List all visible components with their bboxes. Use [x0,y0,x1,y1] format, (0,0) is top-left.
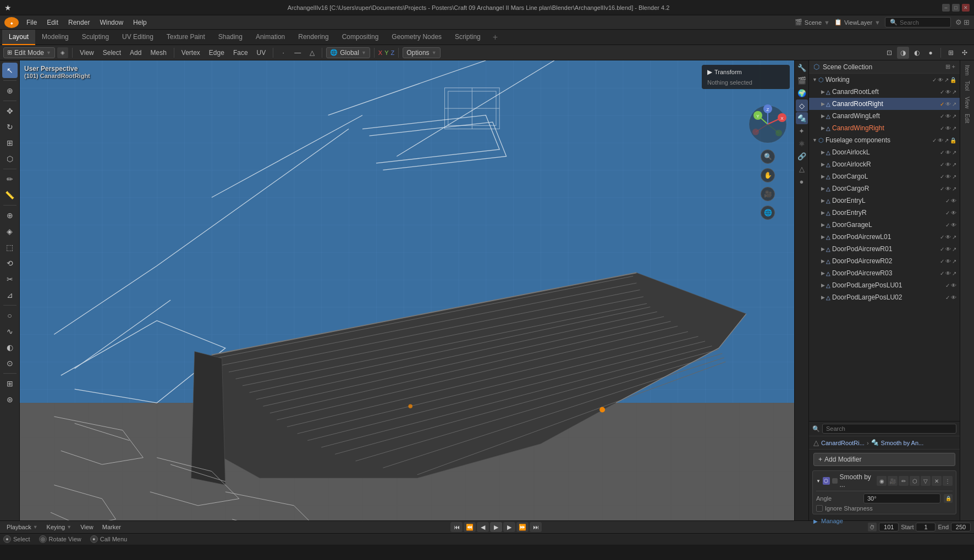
list-item-canard-wing-right[interactable]: ▶ △ CanardWingRight ✓ 👁 ↗ [809,122,960,134]
angle-value[interactable]: 30° [863,494,940,503]
collection-filter-icon[interactable]: ⊞ [945,63,950,70]
jump-start-button[interactable]: ⏮ [450,522,463,532]
tab-sculpting[interactable]: Sculpting [75,30,115,45]
playback-menu[interactable]: Playback ▼ [3,523,41,531]
modifier-expand-icon[interactable]: ▼ [816,479,821,483]
add-workspace-button[interactable]: + [487,30,503,45]
list-item-door-pod-aircrew-r01[interactable]: ▶ △ DoorPodAircrewR01 ✓ 👁 ↗ [809,243,960,255]
slide-tool-btn[interactable]: ⊙ [2,356,18,371]
list-item-door-entry-l[interactable]: ▶ △ DoorEntryL ✓ 👁 [809,195,960,207]
prop-material-icon[interactable]: ● [796,175,808,187]
step-back-button[interactable]: ⏪ [464,522,476,532]
prop-tool-icon[interactable]: 🔧 [796,62,808,74]
select-box-tool[interactable]: ↖ [2,63,18,78]
sidebar-tab-edit[interactable]: Edit [964,112,970,125]
tab-texture-paint[interactable]: Texture Paint [160,30,212,45]
uv-menu[interactable]: UV [254,48,269,58]
sidebar-tab-tool[interactable]: Tool [964,79,970,93]
randomize-tool-btn[interactable]: ◐ [2,340,18,355]
bisect-tool-btn[interactable]: ⊿ [2,287,18,303]
face-menu[interactable]: Face [230,48,251,58]
end-frame[interactable]: 250 [951,523,971,531]
cursor-tool-btn[interactable]: ⊕ [2,83,18,98]
breadcrumb-object[interactable]: CanardRootRi... [821,440,865,446]
wireframe-icon[interactable]: ⊡ [883,47,895,59]
sidebar-tab-view[interactable]: View [964,95,970,111]
add-modifier-button[interactable]: + Add Modifier [813,453,955,466]
list-item-canard-root-left[interactable]: ▶ △ CanardRootLeft ✓ 👁 ↗ [809,86,960,98]
tab-modeling[interactable]: Modeling [35,30,75,45]
add-menu[interactable]: Add [126,48,145,58]
prop-physics-icon[interactable]: ⚛ [796,137,808,149]
minimize-button[interactable]: – [942,4,950,12]
prop-data-icon[interactable]: △ [796,163,808,175]
scene-selector[interactable]: 🎬 Scene ▼ [795,19,830,26]
face-select-icon[interactable]: △ [306,47,318,59]
tab-scripting[interactable]: Scripting [448,30,487,45]
editmode-toggle[interactable]: ✏ [899,476,909,486]
spin-tool-btn[interactable]: ○ [2,308,18,323]
list-item-door-pod-aircrew-r03[interactable]: ▶ △ DoorPodAircrewR03 ✓ 👁 ↗ [809,267,960,279]
render-toggle[interactable]: 🎥 [888,476,898,486]
next-keyframe-button[interactable]: ▶ [503,522,515,532]
annotate-tool-btn[interactable]: ✏ [2,171,18,187]
prev-keyframe-button[interactable]: ◀ [477,522,489,532]
scale-tool-btn[interactable]: ⊞ [2,135,18,151]
tab-animation[interactable]: Animation [249,30,291,45]
marker-menu[interactable]: Marker [99,523,124,531]
tab-layout[interactable]: Layout [2,30,35,45]
list-item-door-garage-l[interactable]: ▶ △ DoorGarageL ✓ 👁 [809,219,960,231]
collection-working[interactable]: ▼ ⬡ Working ✓ 👁 ↗ 🔒 [809,74,960,86]
tab-rendering[interactable]: Rendering [291,30,335,45]
list-item-door-pod-aircrew-l01[interactable]: ▶ △ DoorPodAircrewL01 ✓ 👁 ↗ [809,231,960,243]
list-item-door-cargo-r[interactable]: ▶ △ DoorCargoR ✓ 👁 ↗ [809,182,960,195]
top-search[interactable]: 🔍 Search [885,17,951,27]
realtime-toggle[interactable]: ◉ [877,476,887,486]
rendered-icon[interactable]: ● [925,47,937,59]
prop-world-icon[interactable]: 🌍 [796,87,808,99]
tab-compositing[interactable]: Compositing [335,30,386,45]
collection-add-icon[interactable]: + [952,63,955,70]
keying-menu[interactable]: Keying ▼ [43,523,75,531]
view-menu[interactable]: View [76,48,97,58]
move-tool-btn[interactable]: ✥ [2,103,18,119]
menu-window[interactable]: Window [95,18,128,27]
modifier-visibility-toggle[interactable] [832,478,838,484]
shrink-fatten-tool-btn[interactable]: ⊞ [2,376,18,391]
step-forward-button[interactable]: ⏩ [516,522,529,532]
prop-scene-icon[interactable]: 🎬 [796,74,808,86]
current-frame[interactable]: 101 [879,523,899,531]
mesh-menu[interactable]: Mesh [147,48,169,58]
material-icon[interactable]: ◐ [911,47,923,59]
ignore-sharpness-checkbox[interactable] [816,505,823,512]
measure-tool-btn[interactable]: 📏 [2,187,18,203]
options-dropdown[interactable]: Options ▼ [403,47,440,58]
viewport[interactable]: ANGEL II MARS LINE [20,60,794,520]
edge-menu[interactable]: Edge [206,48,228,58]
extrude-tool-btn[interactable]: ⊕ [2,208,18,223]
menu-file[interactable]: File [22,18,41,27]
properties-search-input[interactable] [822,424,956,434]
overlays-icon[interactable]: ⊞ [945,47,957,59]
jump-end-button[interactable]: ⏭ [530,522,542,532]
view-menu-timeline[interactable]: View [77,523,97,531]
modifier-extra[interactable]: ⋮ [943,476,953,486]
loop-cut-tool-btn[interactable]: ⟲ [2,256,18,271]
list-item-door-pod-aircrew-r02[interactable]: ▶ △ DoorPodAircrewR02 ✓ 👁 ↗ [809,255,960,267]
prop-modifier-icon[interactable]: 🔩 [796,112,808,124]
collection-fuselage[interactable]: ▼ ⬡ Fuselage components ✓ 👁 ↗ 🔒 [809,134,960,146]
list-item-canard-root-right[interactable]: ▶ △ CanardRootRight ✓ 👁 ↗ [809,98,960,110]
rotate-tool-btn[interactable]: ↻ [2,119,18,135]
inset-tool-btn[interactable]: ◈ [2,224,18,239]
prop-object-icon[interactable]: ◇ [796,99,808,112]
tab-shading[interactable]: Shading [212,30,249,45]
modifier-delete[interactable]: ✕ [932,476,942,486]
bevel-tool-btn[interactable]: ⬚ [2,240,18,255]
modifier-apply[interactable]: ▽ [921,476,931,486]
solid-icon[interactable]: ◑ [897,47,909,59]
list-item-door-entry-r[interactable]: ▶ △ DoorEntryR ✓ 👁 [809,207,960,219]
maximize-button[interactable]: □ [952,4,960,12]
shear-tool-btn[interactable]: ⊛ [2,392,18,407]
tab-geometry-nodes[interactable]: Geometry Nodes [385,30,448,45]
play-button[interactable]: ▶ [490,522,502,532]
